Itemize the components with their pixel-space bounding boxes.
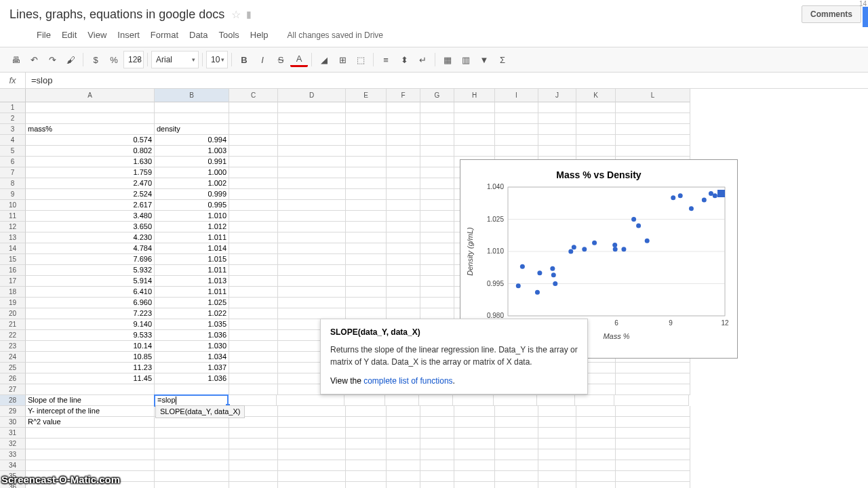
cell[interactable] <box>155 417 229 428</box>
cell[interactable] <box>387 222 420 232</box>
cell[interactable] <box>155 482 229 488</box>
cell[interactable] <box>346 178 387 189</box>
cell[interactable] <box>346 222 387 232</box>
cell[interactable] <box>495 471 538 482</box>
cell[interactable] <box>387 460 420 471</box>
cell[interactable] <box>346 211 387 222</box>
cell[interactable] <box>346 189 387 200</box>
percent-button[interactable]: % <box>105 51 123 68</box>
cell[interactable] <box>616 460 690 471</box>
cell[interactable]: 6.410 <box>26 287 155 298</box>
cell[interactable]: 6.960 <box>26 298 155 308</box>
cell[interactable] <box>387 135 420 146</box>
cell[interactable]: Y- intercept of the line <box>26 406 155 417</box>
cell[interactable] <box>420 200 454 211</box>
cell[interactable]: 2.617 <box>26 200 155 211</box>
row-header[interactable]: 12 <box>0 222 26 232</box>
cell[interactable] <box>387 178 420 189</box>
cell[interactable]: 1.011 <box>155 287 229 298</box>
row-header[interactable]: 32 <box>0 439 26 449</box>
cell[interactable] <box>229 146 278 157</box>
col-header-L[interactable]: L <box>616 89 690 102</box>
undo-icon[interactable]: ↶ <box>25 51 43 68</box>
row-header[interactable]: 16 <box>0 265 26 276</box>
cell[interactable] <box>387 102 420 113</box>
row-header[interactable]: 7 <box>0 167 26 178</box>
cell[interactable]: 1.002 <box>155 178 229 189</box>
row-header[interactable]: 14 <box>0 243 26 254</box>
cell[interactable] <box>155 471 229 482</box>
star-icon[interactable]: ☆ <box>231 8 241 21</box>
cell[interactable] <box>387 167 420 178</box>
cell[interactable] <box>278 200 346 211</box>
cell[interactable] <box>616 363 690 373</box>
cell[interactable] <box>229 341 278 352</box>
cell[interactable] <box>229 308 278 319</box>
cell[interactable] <box>420 232 454 243</box>
cell[interactable] <box>278 211 346 222</box>
cell[interactable] <box>576 449 616 460</box>
cell[interactable]: 3.650 <box>26 222 155 232</box>
cell[interactable] <box>346 276 387 287</box>
cell[interactable] <box>155 113 229 124</box>
cell[interactable] <box>387 146 420 157</box>
cell[interactable] <box>229 243 278 254</box>
cell[interactable] <box>278 460 346 471</box>
cell[interactable] <box>346 298 387 308</box>
cell[interactable]: 0.995 <box>155 200 229 211</box>
row-header[interactable]: 26 <box>0 373 26 384</box>
cell[interactable]: 1.011 <box>155 232 229 243</box>
cell[interactable] <box>576 124 616 135</box>
cell[interactable]: 1.013 <box>155 276 229 287</box>
cell[interactable] <box>454 471 495 482</box>
col-header-E[interactable]: E <box>346 89 387 102</box>
row-header[interactable]: 17 <box>0 276 26 287</box>
cell[interactable] <box>26 439 155 449</box>
cell[interactable] <box>229 319 278 330</box>
print-icon[interactable]: 🖶 <box>7 51 24 68</box>
cell[interactable] <box>420 471 454 482</box>
cell[interactable]: 0.999 <box>155 189 229 200</box>
cell[interactable] <box>278 135 346 146</box>
cell[interactable] <box>454 428 495 439</box>
cell[interactable] <box>387 265 420 276</box>
cell[interactable] <box>420 298 454 308</box>
cell[interactable] <box>420 287 454 298</box>
cell[interactable]: 1.034 <box>155 352 229 363</box>
cell[interactable] <box>576 135 616 146</box>
cell[interactable] <box>278 308 346 319</box>
cell[interactable] <box>495 102 538 113</box>
cell[interactable] <box>420 113 454 124</box>
cell[interactable] <box>278 189 346 200</box>
cell[interactable] <box>278 471 346 482</box>
cell[interactable] <box>616 124 690 135</box>
cell[interactable] <box>228 395 277 406</box>
cell[interactable] <box>495 406 538 417</box>
document-title[interactable]: Lines, graphs, equations in google docs <box>9 7 224 22</box>
cell[interactable]: 1.630 <box>26 157 155 167</box>
cell[interactable] <box>454 439 495 449</box>
cell[interactable] <box>420 265 454 276</box>
cell[interactable] <box>346 146 387 157</box>
cell[interactable] <box>387 276 420 287</box>
cell[interactable] <box>229 471 278 482</box>
cell[interactable]: 4.230 <box>26 232 155 243</box>
cell[interactable] <box>616 384 690 395</box>
cell[interactable]: 1.003 <box>155 146 229 157</box>
cell[interactable] <box>346 287 387 298</box>
cell[interactable] <box>344 395 385 406</box>
row-header[interactable]: 4 <box>0 135 26 146</box>
cell[interactable]: 1.014 <box>155 243 229 254</box>
cell[interactable]: 2.524 <box>26 189 155 200</box>
row-header[interactable]: 10 <box>0 200 26 211</box>
cell[interactable] <box>229 352 278 363</box>
cell[interactable]: 0.994 <box>155 135 229 146</box>
strikethrough-icon[interactable]: S <box>272 51 290 68</box>
cell[interactable] <box>346 254 387 265</box>
cell[interactable] <box>495 482 538 488</box>
cell[interactable] <box>420 482 454 488</box>
cell[interactable] <box>616 146 690 157</box>
cell[interactable]: 11.45 <box>26 373 155 384</box>
cell[interactable] <box>346 482 387 488</box>
row-header[interactable]: 24 <box>0 352 26 363</box>
